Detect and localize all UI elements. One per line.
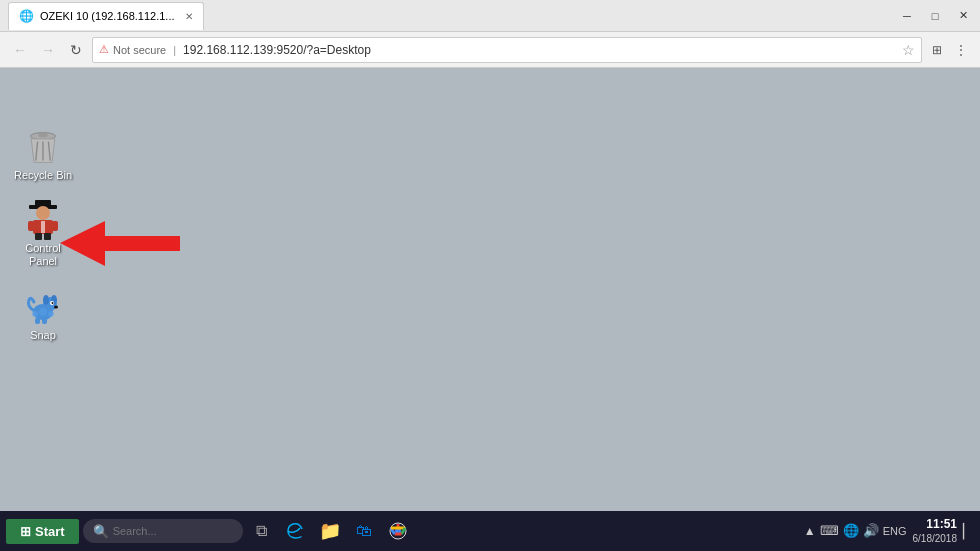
svg-rect-21 [35, 318, 40, 324]
svg-rect-6 [35, 200, 51, 206]
clock: 11:51 6/18/2018 [913, 516, 958, 547]
svg-rect-22 [42, 318, 47, 324]
svg-rect-13 [44, 233, 51, 240]
clock-time: 11:51 [913, 516, 958, 533]
svg-point-23 [39, 308, 47, 316]
svg-point-19 [52, 302, 54, 304]
window-controls: ─ □ ✕ [894, 6, 976, 26]
volume-tray-icon[interactable]: 🔊 [863, 523, 879, 538]
svg-point-16 [43, 295, 49, 305]
recycle-bin-icon[interactable]: Recycle Bin [8, 123, 78, 186]
tab-title: OZEKI 10 (192.168.112.1... [40, 10, 175, 22]
back-button[interactable]: ← [8, 38, 32, 62]
keyboard-tray-icon[interactable]: ⌨ [820, 523, 839, 538]
edge-taskbar-icon[interactable] [281, 516, 311, 546]
forward-button[interactable]: → [36, 38, 60, 62]
svg-rect-11 [52, 221, 58, 231]
clock-date: 6/18/2018 [913, 532, 958, 546]
svg-point-25 [48, 311, 54, 317]
address-input[interactable] [183, 43, 898, 57]
svg-point-7 [36, 206, 50, 220]
browser-tab[interactable]: 🌐 OZEKI 10 (192.168.112.1... ✕ [8, 2, 204, 30]
svg-rect-9 [41, 221, 45, 233]
start-button[interactable]: ⊞ Start [6, 519, 79, 544]
taskbar-left: ⊞ Start 🔍 ⧉ 📁 🛍 [6, 516, 413, 546]
svg-rect-1 [38, 133, 47, 138]
lang-indicator[interactable]: ENG [883, 525, 907, 537]
svg-marker-26 [60, 221, 180, 266]
file-explorer-taskbar-icon[interactable]: 📁 [315, 516, 345, 546]
task-view-button[interactable]: ⧉ [247, 516, 277, 546]
store-taskbar-icon[interactable]: 🛍 [349, 516, 379, 546]
tab-favicon: 🌐 [19, 9, 34, 23]
taskbar-search-icon: 🔍 [93, 524, 109, 539]
system-tray: ▲ ⌨ 🌐 🔊 ENG [804, 523, 907, 538]
recycle-bin-label: Recycle Bin [14, 169, 72, 182]
title-bar-left: 🌐 OZEKI 10 (192.168.112.1... ✕ [8, 2, 204, 30]
snap-label: Snap [30, 329, 56, 342]
minimize-button[interactable]: ─ [894, 6, 920, 26]
nav-extras: ⊞ ⋮ [926, 39, 972, 61]
separator: | [173, 44, 176, 56]
tray-up-arrow[interactable]: ▲ [804, 524, 816, 538]
svg-rect-12 [35, 233, 42, 240]
recycle-bin-image [23, 127, 63, 167]
svg-point-20 [54, 306, 58, 309]
bookmark-button[interactable]: ☆ [902, 42, 915, 58]
taskbar-search-box[interactable]: 🔍 [83, 519, 243, 543]
taskbar-right: ▲ ⌨ 🌐 🔊 ENG 11:51 6/18/2018 ▏ [804, 516, 974, 547]
control-panel-image [23, 200, 63, 240]
address-bar-container: ⚠ Not secure | ☆ [92, 37, 922, 63]
navigation-bar: ← → ↻ ⚠ Not secure | ☆ ⊞ ⋮ [0, 32, 980, 68]
title-bar: 🌐 OZEKI 10 (192.168.112.1... ✕ ─ □ ✕ [0, 0, 980, 32]
browser-window: 🌐 OZEKI 10 (192.168.112.1... ✕ ─ □ ✕ ← →… [0, 0, 980, 551]
maximize-button[interactable]: □ [922, 6, 948, 26]
red-arrow [60, 216, 170, 266]
taskbar: ⊞ Start 🔍 ⧉ 📁 🛍 [0, 511, 980, 551]
start-label: Start [35, 524, 65, 539]
not-secure-icon: ⚠ [99, 43, 109, 56]
tab-close-button[interactable]: ✕ [185, 11, 193, 22]
extensions-button[interactable]: ⊞ [926, 39, 948, 61]
snap-image [23, 287, 63, 327]
refresh-button[interactable]: ↻ [64, 38, 88, 62]
not-secure-label: Not secure [113, 44, 166, 56]
taskbar-search-input[interactable] [113, 525, 233, 537]
desktop: Recycle Bin [0, 68, 980, 511]
menu-button[interactable]: ⋮ [950, 39, 972, 61]
chrome-taskbar-icon[interactable] [383, 516, 413, 546]
svg-point-24 [32, 311, 38, 317]
close-button[interactable]: ✕ [950, 6, 976, 26]
svg-rect-10 [28, 221, 34, 231]
network-tray-icon[interactable]: 🌐 [843, 523, 859, 538]
snap-icon[interactable]: Snap [8, 283, 78, 346]
start-icon: ⊞ [20, 524, 31, 539]
show-desktop-button[interactable]: ▏ [963, 523, 974, 539]
